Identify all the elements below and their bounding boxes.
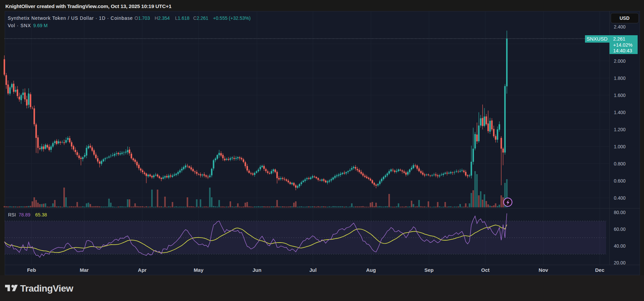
svg-text:Oct: Oct	[481, 267, 489, 273]
svg-text:0.800: 0.800	[614, 161, 626, 166]
svg-text:0.600: 0.600	[614, 178, 626, 184]
svg-text:0.400: 0.400	[614, 195, 626, 201]
svg-text:2.400: 2.400	[614, 24, 626, 30]
svg-text:60.00: 60.00	[614, 227, 626, 232]
svg-text:KnightOliver created with Trad: KnightOliver created with TradingView.co…	[5, 3, 172, 9]
svg-text:Aug: Aug	[366, 267, 376, 273]
svg-text:2.000: 2.000	[614, 58, 626, 64]
svg-text:Apr: Apr	[138, 267, 147, 273]
svg-text:1.000: 1.000	[614, 144, 626, 149]
svg-text:1.800: 1.800	[614, 76, 626, 81]
svg-text:Sep: Sep	[424, 267, 434, 273]
svg-text:RSI78.8965.38: RSI78.8965.38	[8, 212, 47, 217]
svg-text:Jul: Jul	[309, 267, 317, 273]
svg-text:Nov: Nov	[539, 267, 548, 273]
svg-text:20.00: 20.00	[614, 260, 626, 265]
svg-text:USD: USD	[620, 15, 630, 21]
svg-text:1.200: 1.200	[614, 127, 626, 132]
svg-text:+14.02%: +14.02%	[613, 42, 633, 48]
svg-text:80.00: 80.00	[614, 210, 626, 215]
svg-text:1.400: 1.400	[614, 110, 626, 115]
svg-text:9.69 M: 9.69 M	[33, 23, 48, 28]
svg-text:Synthetix Network Token / US D: Synthetix Network Token / US Dollar · 1D…	[8, 15, 133, 21]
svg-text:2.261: 2.261	[613, 36, 625, 42]
svg-text:1.600: 1.600	[614, 93, 626, 98]
svg-text:TradingView: TradingView	[20, 283, 73, 294]
svg-text:Mar: Mar	[80, 267, 89, 273]
svg-text:Dec: Dec	[595, 267, 604, 273]
svg-text:May: May	[194, 267, 204, 273]
svg-text:40.00: 40.00	[614, 243, 626, 249]
svg-text:14:40:43: 14:40:43	[613, 48, 632, 53]
svg-text:Feb: Feb	[27, 267, 36, 273]
svg-text:SNXUSD: SNXUSD	[587, 36, 608, 42]
svg-text:Vol · SNX: Vol · SNX	[8, 23, 31, 28]
svg-text:Jun: Jun	[253, 267, 262, 273]
